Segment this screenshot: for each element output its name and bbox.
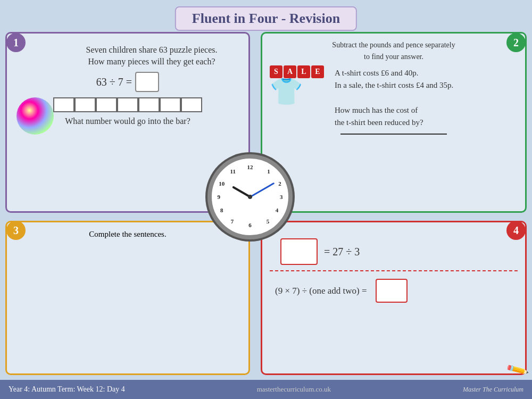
q4-bottom-equation-row: (9 × 7) ÷ (one add two) =	[275, 279, 512, 303]
quadrant-3: Complete the sentences. 1 Litre 900mL 80…	[5, 221, 250, 375]
clock-num-11: 11	[230, 168, 236, 174]
q4-dashed-divider	[270, 270, 518, 271]
clock-num-4: 4	[276, 207, 279, 213]
clock-num-7: 7	[231, 218, 234, 225]
q2-question: How much has the cost of	[335, 106, 518, 115]
clock-minute-hand	[250, 182, 275, 198]
q4-top-answer-box[interactable]	[280, 238, 318, 265]
sale-letter-e: E	[311, 65, 324, 78]
bar-cell-5[interactable]	[138, 97, 160, 112]
q4-bottom-answer-box[interactable]	[376, 279, 408, 303]
quadrant-4: = 27 ÷ 3 (9 × 7) ÷ (one add two) =	[261, 221, 527, 375]
clock: 12 1 2 3 4 5 6 7 8 9 10 11	[207, 154, 293, 239]
badge-q1: 1	[6, 33, 26, 52]
q1-line2: How many pieces will they get each?	[62, 57, 241, 66]
clock-num-3: 3	[280, 194, 283, 200]
clock-num-5: 5	[267, 218, 270, 225]
badge-q2: 2	[506, 33, 526, 52]
badge-q4: 4	[506, 221, 526, 240]
q1-answer-box[interactable]	[135, 72, 159, 92]
q1-equation: 63 ÷ 7 =	[14, 72, 241, 92]
quadrant-2: Subtract the pounds and pence separately…	[261, 32, 527, 213]
clock-face: 12 1 2 3 4 5 6 7 8 9 10 11	[207, 154, 293, 239]
q2-question2: the t-shirt been reduced by?	[335, 118, 518, 127]
q4-bottom-equation-text: (9 × 7) ÷ (one add two) =	[275, 286, 367, 296]
bar-cell-2[interactable]	[74, 97, 96, 112]
footer-center-text: masterthecurriculum.co.uk	[257, 385, 331, 394]
bar-cell-4[interactable]	[117, 97, 138, 112]
bar-cell-6[interactable]	[160, 97, 181, 112]
clock-num-6: 6	[248, 222, 252, 228]
badge-q3: 3	[6, 221, 26, 240]
puzzle-ball-icon	[16, 97, 54, 135]
q2-instruction: Subtract the pounds and pence separately	[270, 41, 518, 49]
footer-left-text: Year 4: Autumn Term: Week 12: Day 4	[9, 385, 125, 394]
q2-line1: A t-shirt costs £6 and 40p.	[335, 69, 518, 78]
clock-num-12: 12	[247, 164, 253, 170]
clock-num-1: 1	[267, 168, 270, 174]
q1-line1: Seven children share 63 puzzle pieces.	[62, 45, 241, 55]
tshirt-icon: 👕	[270, 78, 324, 105]
q2-instruction2: to find your answer.	[270, 53, 518, 61]
q4-top-equation-row: = 27 ÷ 3	[280, 238, 507, 265]
q2-answer-line[interactable]	[340, 134, 447, 135]
bar-cell-7[interactable]	[181, 97, 202, 112]
clock-num-10: 10	[219, 180, 225, 187]
footer-right-text: Master The Curriculum	[463, 386, 523, 394]
clock-inner: 12 1 2 3 4 5 6 7 8 9 10 11	[213, 160, 287, 234]
q2-content: S A L E 👕 A t-shirt costs £6 and 40p. In…	[270, 65, 518, 130]
page-title: Fluent in Four - Revision	[175, 6, 357, 31]
footer: Year 4: Autumn Term: Week 12: Day 4 mast…	[0, 380, 532, 399]
clock-num-9: 9	[217, 194, 220, 200]
q1-equation-text: 63 ÷ 7 =	[96, 76, 132, 88]
bar-cell-3[interactable]	[96, 97, 117, 112]
q4-top-equation-text: = 27 ÷ 3	[324, 246, 360, 258]
clock-num-2: 2	[278, 180, 281, 187]
clock-center-dot	[248, 195, 252, 199]
q2-line2: In a sale, the t-shirt costs £4 and 35p.	[335, 81, 518, 90]
clock-num-8: 8	[220, 207, 223, 213]
bar-model	[53, 97, 202, 112]
bar-cell-1[interactable]	[53, 97, 74, 112]
